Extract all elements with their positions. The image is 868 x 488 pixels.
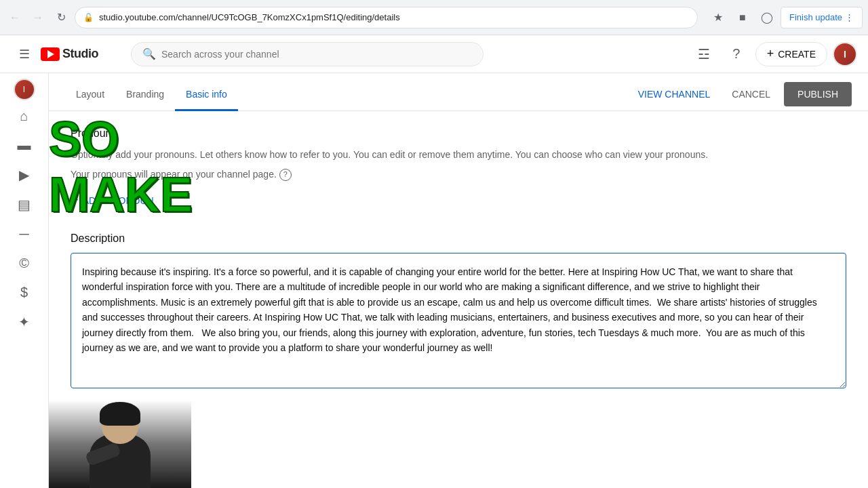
browser-actions: ★ ■ ◯ Finish update ⋮ (707, 7, 863, 28)
add-pronoun-label: ADD PRONOUN (83, 195, 154, 206)
tab-layout[interactable]: Layout (65, 79, 115, 111)
main-container: I ⌂ ▬ ▶ ▤ ─ © $ ✦ Layout (0, 73, 868, 488)
sidebar-item-content[interactable]: ▬ (4, 132, 45, 159)
analytics-icon: ▤ (18, 197, 31, 213)
search-icon: 🔍 (142, 47, 156, 60)
create-label: CREATE (778, 49, 816, 60)
youtube-icon (41, 47, 60, 61)
cancel-button[interactable]: CANCEL (724, 82, 778, 106)
avatar[interactable]: I (833, 42, 857, 66)
earn-icon: $ (20, 285, 28, 300)
header-right-actions: ☲ ? + CREATE I (690, 41, 857, 68)
add-pronoun-button[interactable]: + ADD PRONOUN (71, 190, 154, 211)
lock-icon: 🔓 (83, 13, 94, 22)
search-bar[interactable]: 🔍 (131, 42, 484, 66)
dashboard-icon: ⌂ (20, 108, 28, 124)
url-text: studio.youtube.com/channel/UC9TcOGB_7Kom… (99, 12, 689, 22)
yt-studio-header: ☰ Studio 🔍 ☲ ? + CREATE I (0, 35, 868, 73)
sidebar-item-copyright[interactable]: © (4, 250, 45, 277)
comments-icon-button[interactable]: ☲ (690, 41, 717, 68)
description-textarea[interactable]: Inspiring because it's inspiring. It's a… (71, 253, 846, 388)
yt-logo: Studio (41, 47, 98, 61)
tab-basic-info[interactable]: Basic info (175, 79, 238, 111)
comments-icon: ─ (19, 226, 28, 242)
create-button[interactable]: + CREATE (755, 42, 827, 66)
forward-button[interactable]: → (28, 8, 47, 27)
bookmark-icon[interactable]: ★ (707, 7, 729, 28)
reload-button[interactable]: ↻ (52, 8, 71, 27)
tab-branding[interactable]: Branding (115, 79, 175, 111)
content-icon: ▬ (18, 138, 31, 153)
finish-update-button[interactable]: Finish update ⋮ (781, 7, 863, 28)
pronouns-section: Pronouns Optionally add your pronouns. L… (71, 127, 846, 211)
finish-update-label: Finish update (789, 12, 842, 22)
help-icon[interactable]: ? (279, 169, 292, 181)
publish-button[interactable]: PUBLISH (784, 82, 852, 106)
description-section: Description Inspiring because it's inspi… (71, 232, 846, 391)
search-input[interactable] (161, 49, 472, 60)
sidebar-item-earn[interactable]: $ (4, 279, 45, 306)
sidebar-item-analytics[interactable]: ▤ (4, 191, 45, 218)
create-plus-icon: + (767, 47, 774, 61)
address-bar[interactable]: 🔓 studio.youtube.com/channel/UC9TcOGB_7K… (75, 7, 698, 28)
extensions-icon[interactable]: ■ (732, 7, 753, 28)
sidebar-item-comments[interactable]: ─ (4, 221, 45, 247)
description-title: Description (71, 232, 846, 245)
back-button[interactable]: ← (5, 8, 24, 27)
plus-icon: + (71, 192, 79, 208)
pronouns-description: Optionally add your pronouns. Let others… (71, 148, 846, 162)
page-content: Pronouns Optionally add your pronouns. L… (49, 111, 868, 488)
hamburger-menu-button[interactable]: ☰ (11, 41, 38, 68)
pronouns-title: Pronouns (71, 127, 846, 140)
sidebar-item-playlists[interactable]: ▶ (4, 161, 45, 188)
pronouns-line2: Your pronouns will appear on your channe… (71, 167, 846, 182)
sidebar-item-dashboard[interactable]: ⌂ (4, 103, 45, 129)
playlists-icon: ▶ (19, 167, 29, 183)
profile-icon[interactable]: ◯ (756, 7, 778, 28)
help-icon-button[interactable]: ? (723, 41, 750, 68)
sidebar-item-customization[interactable]: ✦ (4, 308, 45, 336)
tabs-bar: Layout Branding Basic info VIEW CHANNEL … (49, 73, 868, 111)
sidebar: I ⌂ ▬ ▶ ▤ ─ © $ ✦ (0, 73, 49, 488)
avatar-initials: I (844, 49, 846, 60)
tabs-actions: VIEW CHANNEL CANCEL PUBLISH (630, 82, 852, 110)
browser-chrome: ← → ↻ 🔓 studio.youtube.com/channel/UC9Tc… (0, 0, 868, 35)
sidebar-channel-avatar[interactable]: I (14, 79, 35, 100)
play-icon (47, 50, 54, 58)
logo-text: Studio (62, 47, 98, 61)
view-channel-button[interactable]: VIEW CHANNEL (630, 82, 719, 106)
copyright-icon: © (19, 256, 29, 271)
content-area: Layout Branding Basic info VIEW CHANNEL … (49, 73, 868, 488)
customization-icon: ✦ (18, 314, 30, 330)
finish-update-chevron: ⋮ (845, 12, 854, 22)
